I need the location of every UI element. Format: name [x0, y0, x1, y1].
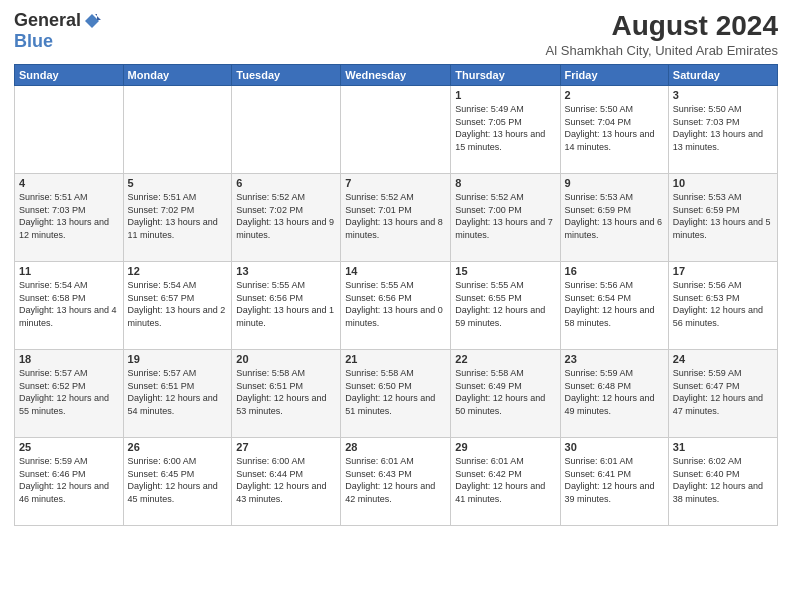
table-row: 6Sunrise: 5:52 AM Sunset: 7:02 PM Daylig… [232, 174, 341, 262]
table-row: 26Sunrise: 6:00 AM Sunset: 6:45 PM Dayli… [123, 438, 232, 526]
day-number: 24 [673, 353, 773, 365]
day-number: 3 [673, 89, 773, 101]
day-number: 7 [345, 177, 446, 189]
day-info: Sunrise: 5:49 AM Sunset: 7:05 PM Dayligh… [455, 103, 555, 153]
svg-marker-0 [85, 14, 99, 28]
calendar-header-row: Sunday Monday Tuesday Wednesday Thursday… [15, 65, 778, 86]
day-info: Sunrise: 6:02 AM Sunset: 6:40 PM Dayligh… [673, 455, 773, 505]
day-number: 30 [565, 441, 664, 453]
table-row: 30Sunrise: 6:01 AM Sunset: 6:41 PM Dayli… [560, 438, 668, 526]
day-number: 18 [19, 353, 119, 365]
table-row: 15Sunrise: 5:55 AM Sunset: 6:55 PM Dayli… [451, 262, 560, 350]
table-row: 4Sunrise: 5:51 AM Sunset: 7:03 PM Daylig… [15, 174, 124, 262]
day-info: Sunrise: 5:52 AM Sunset: 7:00 PM Dayligh… [455, 191, 555, 241]
table-row [232, 86, 341, 174]
table-row: 3Sunrise: 5:50 AM Sunset: 7:03 PM Daylig… [668, 86, 777, 174]
day-info: Sunrise: 5:55 AM Sunset: 6:55 PM Dayligh… [455, 279, 555, 329]
day-info: Sunrise: 5:58 AM Sunset: 6:51 PM Dayligh… [236, 367, 336, 417]
day-info: Sunrise: 5:56 AM Sunset: 6:54 PM Dayligh… [565, 279, 664, 329]
day-number: 11 [19, 265, 119, 277]
col-sunday: Sunday [15, 65, 124, 86]
header: General Blue August 2024 Al Shamkhah Cit… [14, 10, 778, 58]
table-row: 14Sunrise: 5:55 AM Sunset: 6:56 PM Dayli… [341, 262, 451, 350]
day-info: Sunrise: 5:59 AM Sunset: 6:46 PM Dayligh… [19, 455, 119, 505]
day-number: 6 [236, 177, 336, 189]
day-info: Sunrise: 5:50 AM Sunset: 7:03 PM Dayligh… [673, 103, 773, 153]
day-info: Sunrise: 6:01 AM Sunset: 6:43 PM Dayligh… [345, 455, 446, 505]
col-tuesday: Tuesday [232, 65, 341, 86]
table-row [15, 86, 124, 174]
day-info: Sunrise: 5:52 AM Sunset: 7:02 PM Dayligh… [236, 191, 336, 241]
day-number: 10 [673, 177, 773, 189]
day-number: 21 [345, 353, 446, 365]
day-number: 12 [128, 265, 228, 277]
subtitle: Al Shamkhah City, United Arab Emirates [546, 43, 778, 58]
day-number: 4 [19, 177, 119, 189]
col-saturday: Saturday [668, 65, 777, 86]
day-info: Sunrise: 5:54 AM Sunset: 6:57 PM Dayligh… [128, 279, 228, 329]
table-row: 9Sunrise: 5:53 AM Sunset: 6:59 PM Daylig… [560, 174, 668, 262]
table-row: 5Sunrise: 5:51 AM Sunset: 7:02 PM Daylig… [123, 174, 232, 262]
day-info: Sunrise: 5:53 AM Sunset: 6:59 PM Dayligh… [673, 191, 773, 241]
logo-general-text: General [14, 10, 81, 31]
table-row: 18Sunrise: 5:57 AM Sunset: 6:52 PM Dayli… [15, 350, 124, 438]
table-row: 20Sunrise: 5:58 AM Sunset: 6:51 PM Dayli… [232, 350, 341, 438]
day-number: 14 [345, 265, 446, 277]
table-row: 2Sunrise: 5:50 AM Sunset: 7:04 PM Daylig… [560, 86, 668, 174]
day-info: Sunrise: 5:51 AM Sunset: 7:02 PM Dayligh… [128, 191, 228, 241]
table-row [123, 86, 232, 174]
table-row: 16Sunrise: 5:56 AM Sunset: 6:54 PM Dayli… [560, 262, 668, 350]
day-info: Sunrise: 5:54 AM Sunset: 6:58 PM Dayligh… [19, 279, 119, 329]
col-thursday: Thursday [451, 65, 560, 86]
table-row: 11Sunrise: 5:54 AM Sunset: 6:58 PM Dayli… [15, 262, 124, 350]
day-info: Sunrise: 5:55 AM Sunset: 6:56 PM Dayligh… [345, 279, 446, 329]
table-row: 10Sunrise: 5:53 AM Sunset: 6:59 PM Dayli… [668, 174, 777, 262]
week-row-3: 18Sunrise: 5:57 AM Sunset: 6:52 PM Dayli… [15, 350, 778, 438]
calendar-table: Sunday Monday Tuesday Wednesday Thursday… [14, 64, 778, 526]
day-number: 31 [673, 441, 773, 453]
col-wednesday: Wednesday [341, 65, 451, 86]
day-number: 2 [565, 89, 664, 101]
day-number: 29 [455, 441, 555, 453]
logo-blue-text: Blue [14, 31, 53, 52]
table-row: 17Sunrise: 5:56 AM Sunset: 6:53 PM Dayli… [668, 262, 777, 350]
day-number: 27 [236, 441, 336, 453]
day-info: Sunrise: 6:01 AM Sunset: 6:41 PM Dayligh… [565, 455, 664, 505]
day-info: Sunrise: 5:58 AM Sunset: 6:50 PM Dayligh… [345, 367, 446, 417]
title-block: August 2024 Al Shamkhah City, United Ara… [546, 10, 778, 58]
logo: General Blue [14, 10, 101, 52]
table-row: 29Sunrise: 6:01 AM Sunset: 6:42 PM Dayli… [451, 438, 560, 526]
week-row-1: 4Sunrise: 5:51 AM Sunset: 7:03 PM Daylig… [15, 174, 778, 262]
table-row: 23Sunrise: 5:59 AM Sunset: 6:48 PM Dayli… [560, 350, 668, 438]
col-friday: Friday [560, 65, 668, 86]
day-number: 15 [455, 265, 555, 277]
table-row: 28Sunrise: 6:01 AM Sunset: 6:43 PM Dayli… [341, 438, 451, 526]
day-number: 1 [455, 89, 555, 101]
day-number: 28 [345, 441, 446, 453]
table-row: 21Sunrise: 5:58 AM Sunset: 6:50 PM Dayli… [341, 350, 451, 438]
main-title: August 2024 [546, 10, 778, 42]
table-row: 13Sunrise: 5:55 AM Sunset: 6:56 PM Dayli… [232, 262, 341, 350]
col-monday: Monday [123, 65, 232, 86]
table-row: 8Sunrise: 5:52 AM Sunset: 7:00 PM Daylig… [451, 174, 560, 262]
day-info: Sunrise: 5:50 AM Sunset: 7:04 PM Dayligh… [565, 103, 664, 153]
day-number: 9 [565, 177, 664, 189]
table-row: 24Sunrise: 5:59 AM Sunset: 6:47 PM Dayli… [668, 350, 777, 438]
day-info: Sunrise: 6:00 AM Sunset: 6:44 PM Dayligh… [236, 455, 336, 505]
day-number: 25 [19, 441, 119, 453]
table-row: 7Sunrise: 5:52 AM Sunset: 7:01 PM Daylig… [341, 174, 451, 262]
table-row: 19Sunrise: 5:57 AM Sunset: 6:51 PM Dayli… [123, 350, 232, 438]
week-row-4: 25Sunrise: 5:59 AM Sunset: 6:46 PM Dayli… [15, 438, 778, 526]
day-number: 16 [565, 265, 664, 277]
day-info: Sunrise: 5:57 AM Sunset: 6:52 PM Dayligh… [19, 367, 119, 417]
day-number: 19 [128, 353, 228, 365]
day-number: 17 [673, 265, 773, 277]
day-number: 5 [128, 177, 228, 189]
table-row: 22Sunrise: 5:58 AM Sunset: 6:49 PM Dayli… [451, 350, 560, 438]
logo-icon [83, 12, 101, 30]
table-row: 1Sunrise: 5:49 AM Sunset: 7:05 PM Daylig… [451, 86, 560, 174]
day-info: Sunrise: 5:52 AM Sunset: 7:01 PM Dayligh… [345, 191, 446, 241]
day-info: Sunrise: 5:55 AM Sunset: 6:56 PM Dayligh… [236, 279, 336, 329]
day-info: Sunrise: 6:00 AM Sunset: 6:45 PM Dayligh… [128, 455, 228, 505]
day-info: Sunrise: 5:53 AM Sunset: 6:59 PM Dayligh… [565, 191, 664, 241]
